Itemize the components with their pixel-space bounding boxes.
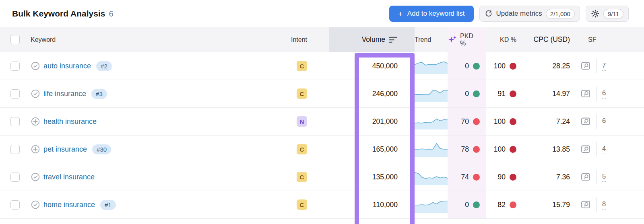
- keyword-link[interactable]: travel insurance: [43, 173, 95, 181]
- check-circle-icon[interactable]: [31, 61, 40, 71]
- add-to-keyword-list-button[interactable]: + Add to keyword list: [389, 6, 474, 22]
- divider: [597, 142, 597, 156]
- pkd-difficulty-dot: [473, 146, 480, 153]
- keyword-link[interactable]: pet insurance: [43, 145, 87, 154]
- check-circle-icon[interactable]: [31, 89, 40, 99]
- intent-badge: C: [297, 172, 307, 182]
- select-all-checkbox[interactable]: [10, 35, 20, 44]
- cpc-value: 15.79: [521, 201, 574, 209]
- row-checkbox[interactable]: [10, 62, 20, 71]
- trend-cell: [415, 141, 448, 157]
- trend-sparkline: [415, 169, 448, 185]
- column-header-intent[interactable]: Intent: [286, 36, 318, 43]
- sf-count-link[interactable]: 8: [602, 200, 606, 210]
- rank-badge: #30: [92, 144, 111, 154]
- ai-sparkles-icon: [448, 35, 457, 45]
- divider: [597, 114, 597, 129]
- check-circle-icon[interactable]: [31, 200, 40, 210]
- column-header-sf[interactable]: SF: [574, 36, 644, 43]
- pkd-value: 70: [461, 117, 469, 126]
- keyword-link[interactable]: life insurance: [43, 90, 86, 98]
- trend-sparkline: [415, 113, 448, 129]
- keyword-link[interactable]: home insurance: [43, 201, 95, 209]
- rank-badge: #2: [96, 61, 112, 71]
- kd-difficulty-dot: [510, 63, 516, 70]
- column-header-kd[interactable]: KD %: [486, 36, 521, 43]
- column-header-cpc[interactable]: CPC (USD): [521, 35, 574, 44]
- settings-button[interactable]: 9/11: [586, 6, 629, 22]
- pkd-value: 0: [465, 90, 469, 98]
- sf-count-link[interactable]: 4: [602, 145, 606, 154]
- pkd-cell: 70: [448, 108, 486, 135]
- intent-badge: C: [297, 144, 307, 154]
- pkd-cell: 0: [448, 52, 486, 80]
- trend-cell: [415, 169, 448, 185]
- kd-cell: 100: [486, 62, 521, 70]
- keyword-link[interactable]: health insurance: [43, 117, 97, 126]
- kd-cell: 82: [486, 201, 521, 209]
- kd-difficulty-dot: [510, 146, 516, 153]
- table-row: life insurance #3 C 246,000 0 91: [0, 80, 644, 108]
- kd-value: 100: [494, 62, 506, 70]
- sf-count-link[interactable]: 6: [602, 117, 606, 126]
- row-checkbox[interactable]: [10, 145, 20, 154]
- divider: [597, 59, 597, 73]
- volume-value: 450,000: [318, 62, 415, 70]
- keyword-link[interactable]: auto insurance: [43, 62, 91, 70]
- kd-value: 90: [498, 173, 506, 181]
- column-header-keyword[interactable]: Keyword: [31, 36, 286, 43]
- kd-cell: 100: [486, 145, 521, 154]
- kd-cell: 100: [486, 117, 521, 126]
- kd-cell: 90: [486, 173, 521, 181]
- row-checkbox[interactable]: [10, 173, 20, 182]
- update-metrics-button[interactable]: Update metrics 2/1,000: [479, 6, 580, 22]
- serp-preview-icon[interactable]: [581, 173, 591, 181]
- serp-preview-icon[interactable]: [581, 117, 591, 126]
- check-circle-icon[interactable]: [31, 172, 40, 182]
- trend-sparkline: [415, 197, 448, 213]
- sf-count-link[interactable]: 5: [602, 173, 606, 182]
- row-checkbox[interactable]: [10, 200, 20, 210]
- page-title: Bulk Keyword Analysis: [12, 9, 105, 18]
- pkd-difficulty-dot: [473, 174, 480, 181]
- kd-cell: 91: [486, 90, 521, 98]
- table-row: home insurance #1 C 110,000 0 82: [0, 191, 644, 219]
- pkd-cell: 0: [448, 191, 486, 218]
- row-checkbox[interactable]: [10, 117, 20, 126]
- intent-badge: N: [297, 116, 307, 127]
- plus-circle-icon[interactable]: [31, 144, 40, 154]
- trend-cell: [415, 86, 448, 102]
- kd-value: 82: [498, 201, 506, 209]
- rank-badge: #3: [91, 89, 107, 99]
- table-row: auto insurance #2 C 450,000 0 100: [0, 52, 644, 80]
- sf-count-link[interactable]: 7: [602, 62, 606, 71]
- refresh-icon: [485, 10, 493, 18]
- serp-preview-icon[interactable]: [581, 62, 591, 70]
- cpc-value: 7.24: [521, 117, 574, 126]
- rank-badge: #1: [100, 200, 116, 210]
- serp-preview-icon[interactable]: [581, 145, 591, 154]
- trend-cell: [415, 113, 448, 129]
- intent-badge: C: [297, 199, 307, 210]
- column-header-volume[interactable]: Volume: [318, 35, 415, 44]
- settings-quota-badge: 9/11: [603, 9, 623, 19]
- table-row: health insurance N 201,000 70 100: [0, 108, 644, 136]
- serp-preview-icon[interactable]: [581, 89, 591, 98]
- table-header-row: Keyword Intent Volume Trend PKD: [0, 27, 644, 52]
- pkd-cell: 74: [448, 163, 486, 191]
- volume-value: 135,000: [318, 173, 415, 181]
- kd-difficulty-dot: [510, 201, 516, 208]
- plus-circle-icon[interactable]: [31, 117, 40, 126]
- sf-count-link[interactable]: 6: [602, 89, 606, 99]
- trend-sparkline: [415, 58, 448, 74]
- cpc-value: 14.97: [521, 90, 574, 98]
- volume-value: 246,000: [318, 90, 415, 98]
- column-header-pkd[interactable]: PKD %: [448, 27, 486, 52]
- pkd-difficulty-dot: [473, 90, 480, 97]
- column-header-trend[interactable]: Trend: [415, 36, 448, 43]
- trend-sparkline: [415, 86, 448, 102]
- update-quota-badge: 2/1,000: [546, 9, 575, 19]
- pkd-value: 0: [465, 201, 469, 209]
- row-checkbox[interactable]: [10, 89, 20, 99]
- serp-preview-icon[interactable]: [581, 200, 591, 209]
